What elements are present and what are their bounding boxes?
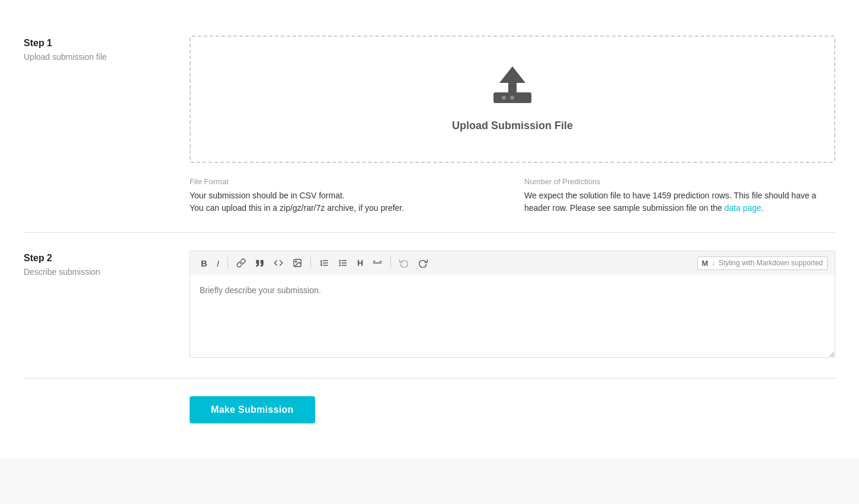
step1-number: Step 1 <box>24 38 190 49</box>
predictions-end: . <box>761 203 764 213</box>
upload-dropzone[interactable]: Upload Submission File <box>190 36 835 163</box>
step2-number: Step 2 <box>24 253 190 264</box>
toolbar-separator-2 <box>310 257 311 269</box>
hr-button[interactable] <box>369 256 386 270</box>
file-format-text2: You can upload this in a zip/gz/rar/7z a… <box>190 203 404 213</box>
svg-point-1 <box>296 261 297 262</box>
step2-row: Step 2 Describe submission B I <box>24 233 835 378</box>
code-button[interactable] <box>270 256 287 270</box>
step1-label: Step 1 Upload submission file <box>24 36 190 214</box>
image-button[interactable] <box>289 256 306 270</box>
predictions-title: Number of Predictions <box>524 177 835 186</box>
predictions-block: Number of Predictions We expect the solu… <box>524 177 835 214</box>
upload-stem <box>508 83 517 92</box>
upload-base <box>493 92 531 103</box>
upload-icon <box>493 66 531 103</box>
svg-point-9 <box>339 262 340 263</box>
markdown-label: Styling with Markdown supported <box>719 259 823 267</box>
markdown-down-icon: ↓ <box>711 259 715 267</box>
description-textarea[interactable] <box>190 275 835 358</box>
step2-content: B I <box>190 251 835 360</box>
svg-point-10 <box>339 265 340 265</box>
step2-subtitle: Describe submission <box>24 267 190 277</box>
bold-button[interactable]: B <box>197 256 211 270</box>
predictions-text: We expect the solution file to have 1459… <box>524 190 835 214</box>
make-submission-button[interactable]: Make Submission <box>190 396 315 423</box>
italic-button[interactable]: I <box>213 256 223 270</box>
predictions-body: We expect the solution file to have 1459… <box>524 191 816 213</box>
upload-dropzone-label: Upload Submission File <box>452 120 573 132</box>
step1-content: Upload Submission File File Format Your … <box>190 36 835 214</box>
toolbar-separator-3 <box>390 257 391 269</box>
file-format-text: Your submission should be in CSV format.… <box>190 190 501 214</box>
file-format-text1: Your submission should be in CSV format. <box>190 191 345 200</box>
info-row: File Format Your submission should be in… <box>190 177 835 214</box>
heading-button[interactable]: H <box>354 256 367 269</box>
upload-arrow <box>499 66 525 83</box>
step1-row: Step 1 Upload submission file Upload Sub… <box>24 18 835 233</box>
markdown-badge: M ↓ Styling with Markdown supported <box>697 256 828 270</box>
data-page-link[interactable]: data page <box>725 203 761 213</box>
link-button[interactable] <box>233 256 249 270</box>
file-format-title: File Format <box>190 177 501 186</box>
markdown-toolbar: B I <box>190 251 835 275</box>
step1-subtitle: Upload submission file <box>24 52 190 62</box>
unordered-list-button[interactable] <box>335 256 351 270</box>
quote-button[interactable] <box>252 256 268 270</box>
markdown-m-icon: M <box>702 259 709 268</box>
redo-button[interactable] <box>415 256 431 270</box>
undo-button[interactable] <box>396 256 412 270</box>
step2-label: Step 2 Describe submission <box>24 251 190 360</box>
toolbar-separator-1 <box>227 257 228 269</box>
ordered-list-button[interactable] <box>316 256 332 270</box>
svg-point-8 <box>339 260 340 261</box>
file-format-block: File Format Your submission should be in… <box>190 177 501 214</box>
submit-row: Make Submission <box>24 378 835 441</box>
upload-icon-shape <box>493 66 531 103</box>
